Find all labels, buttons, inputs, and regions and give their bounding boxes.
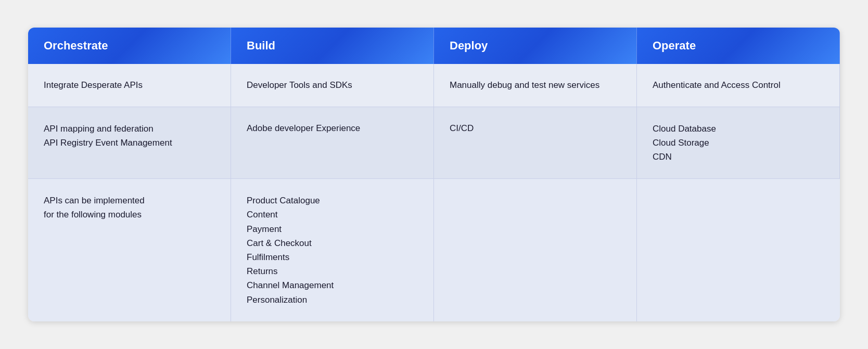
main-table: Orchestrate Build Deploy Operate Integra… — [28, 28, 840, 321]
header-build: Build — [231, 28, 434, 64]
row2-col2: Adobe developer Experience — [231, 107, 434, 179]
table-grid: Orchestrate Build Deploy Operate Integra… — [28, 28, 840, 321]
row3-col1: APIs can be implemented for the followin… — [28, 179, 231, 321]
header-operate: Operate — [637, 28, 840, 64]
row2-col1: API mapping and federation API Registry … — [28, 107, 231, 179]
row3-col3 — [434, 179, 637, 321]
header-orchestrate: Orchestrate — [28, 28, 231, 64]
row1-col1: Integrate Desperate APIs — [28, 64, 231, 107]
header-deploy: Deploy — [434, 28, 637, 64]
row2-col3: CI/CD — [434, 107, 637, 179]
row1-col3: Manually debug and test new services — [434, 64, 637, 107]
row3-col2: Product Catalogue Content Payment Cart &… — [231, 179, 434, 321]
row1-col4: Authenticate and Access Control — [637, 64, 840, 107]
row1-col2: Developer Tools and SDKs — [231, 64, 434, 107]
row3-col4 — [637, 179, 840, 321]
row2-col4: Cloud Database Cloud Storage CDN — [637, 107, 840, 179]
